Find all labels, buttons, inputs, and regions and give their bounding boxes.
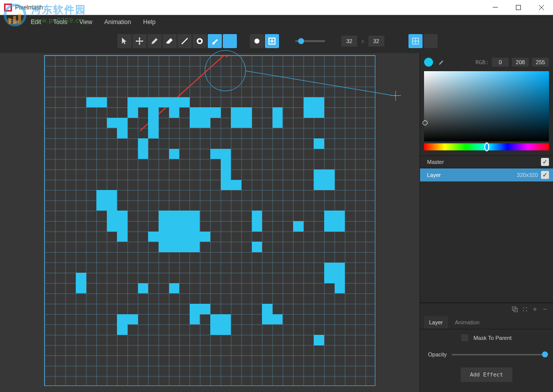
minimize-button[interactable] (484, 0, 507, 15)
add-layer-button[interactable]: ＋ (531, 305, 539, 313)
pixel (231, 180, 241, 190)
pixel (252, 242, 262, 252)
tool-move[interactable] (132, 34, 147, 48)
crosshair-icon (391, 91, 401, 101)
pixel (96, 190, 117, 211)
pixel (324, 211, 345, 231)
pixel (148, 118, 159, 138)
sv-cursor[interactable] (423, 120, 428, 125)
menu-tools[interactable]: Tools (48, 17, 72, 28)
svg-rect-0 (493, 7, 498, 8)
mask-to-parent-checkbox[interactable] (461, 334, 468, 341)
pixel (76, 273, 86, 293)
grid-secondary[interactable] (424, 34, 438, 48)
layer-visible-checkbox[interactable]: ✓ (541, 171, 549, 179)
layer-master-label: Master (424, 159, 541, 165)
svg-point-22 (526, 310, 527, 311)
add-effect-button[interactable]: Add Effect (461, 367, 512, 382)
tool-line[interactable] (178, 34, 192, 48)
brush-shape-square[interactable] (265, 34, 279, 48)
pixel (107, 211, 127, 231)
pixel (252, 211, 262, 231)
tool-group-shape (250, 34, 279, 48)
canvas-height-input[interactable] (368, 36, 384, 47)
saturation-value-box[interactable] (424, 71, 549, 141)
main-area: RGB: Master ✓ Layer 320x320 ✓ (0, 53, 553, 392)
pixel (159, 211, 200, 252)
svg-point-19 (523, 307, 524, 308)
tab-layer[interactable]: Layer (424, 316, 448, 328)
hue-cursor[interactable] (484, 142, 489, 151)
rgb-b-input[interactable] (532, 58, 549, 67)
guide-line (246, 71, 396, 96)
layer-master-visible-checkbox[interactable]: ✓ (541, 158, 549, 166)
pixel (221, 159, 231, 190)
canvas-width-input[interactable] (341, 36, 357, 47)
tool-bucket[interactable] (193, 34, 207, 48)
brush-preview-circle (205, 50, 246, 91)
current-color-swatch[interactable] (424, 58, 433, 67)
menu-view[interactable]: View (74, 17, 97, 28)
pixel (210, 314, 231, 335)
layer-dimensions: 320x320 (517, 172, 538, 178)
pixel (107, 118, 117, 128)
titlebar: Pixelmash (0, 0, 553, 15)
close-button[interactable] (530, 0, 553, 15)
pixel (148, 232, 159, 242)
grid-toggle[interactable] (408, 34, 423, 48)
toolbar: x (0, 29, 553, 53)
rgb-label: RGB: (476, 59, 489, 66)
pixel (314, 335, 324, 345)
tool-pointer[interactable] (117, 34, 131, 48)
tool-pencil[interactable] (148, 34, 162, 48)
tool-color-swatch[interactable] (223, 34, 237, 48)
rgb-r-input[interactable] (492, 58, 509, 67)
window-controls (484, 0, 553, 15)
pixel (148, 107, 159, 118)
svg-point-21 (523, 310, 524, 311)
pixel (262, 304, 272, 324)
pixel (304, 97, 324, 118)
rgb-g-input[interactable] (512, 58, 529, 67)
canvas-area[interactable] (0, 53, 420, 392)
pixel (231, 107, 251, 128)
svg-line-8 (182, 38, 188, 44)
pixel (210, 149, 231, 159)
pixel-canvas[interactable] (44, 55, 375, 386)
tool-eraser[interactable] (163, 34, 177, 48)
mask-to-parent-row: Mask To Parent (420, 329, 553, 346)
layer-row[interactable]: Layer 320x320 ✓ (420, 168, 553, 181)
property-tabs: Layer Animation (420, 315, 553, 329)
tool-group-main (117, 34, 237, 48)
pixel (127, 97, 179, 108)
tool-brush[interactable] (208, 34, 222, 48)
pixel (314, 138, 324, 149)
pixel (86, 97, 97, 108)
remove-layer-button[interactable]: － (541, 305, 549, 313)
pixel (117, 232, 127, 242)
pixel (127, 107, 138, 118)
pixel (169, 107, 180, 118)
menu-animation[interactable]: Animation (99, 17, 136, 28)
hue-slider[interactable] (424, 143, 549, 150)
eyedropper-button[interactable] (436, 57, 446, 67)
brush-shape-circle[interactable] (250, 34, 264, 48)
tab-animation[interactable]: Animation (450, 316, 485, 328)
menu-file[interactable]: File (4, 17, 24, 28)
opacity-slider[interactable] (452, 354, 545, 355)
duplicate-layer-button[interactable] (511, 305, 519, 313)
properties-section: ＋ － Layer Animation Mask To Parent Opaci… (420, 302, 553, 392)
brush-size-slider[interactable] (295, 40, 325, 42)
svg-point-20 (526, 307, 527, 308)
menu-edit[interactable]: Edit (26, 17, 46, 28)
pixel (117, 118, 127, 128)
layer-options-button[interactable] (521, 305, 529, 313)
svg-rect-1 (516, 5, 521, 10)
pixel (190, 314, 200, 325)
pixel (324, 263, 345, 283)
layer-master-row[interactable]: Master ✓ (420, 155, 553, 168)
pixel (138, 138, 149, 159)
menu-help[interactable]: Help (138, 17, 161, 28)
mask-to-parent-label: Mask To Parent (473, 335, 511, 341)
maximize-button[interactable] (507, 0, 530, 15)
